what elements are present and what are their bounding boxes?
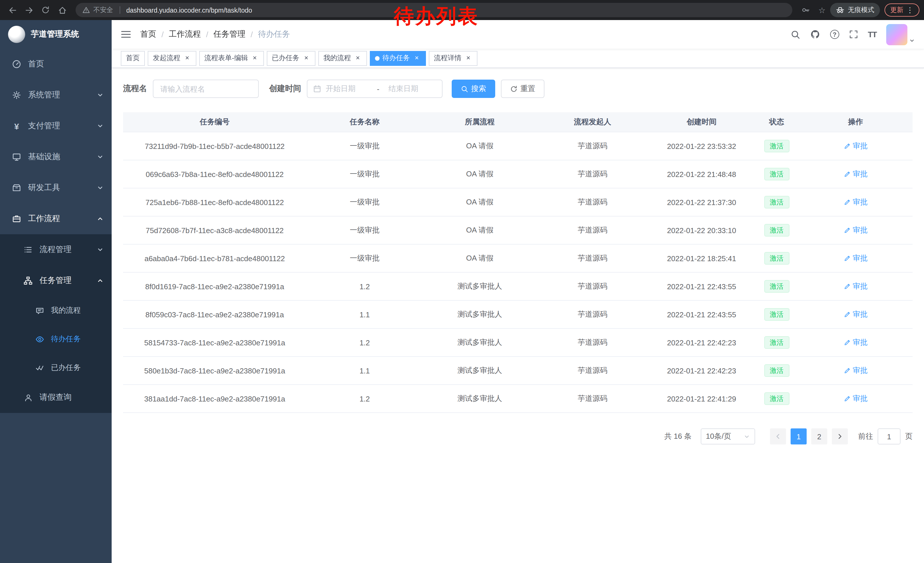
close-icon[interactable]: × (251, 54, 259, 62)
page-size-select[interactable]: 10条/页 (701, 428, 755, 444)
tab-home[interactable]: 首页 (121, 51, 145, 66)
tab-done-tasks[interactable]: 已办任务 × (267, 51, 315, 66)
approve-button[interactable]: 审批 (844, 365, 868, 376)
breadcrumb-home[interactable]: 首页 (140, 29, 156, 39)
sidebar-item-todo-tasks[interactable]: 待办任务 (0, 325, 112, 353)
cell-created: 2022-01-22 21:37:30 (649, 188, 754, 216)
end-date-placeholder[interactable]: 结束日期 (383, 84, 436, 94)
sidebar-item-label: 请假查询 (39, 392, 72, 402)
date-range-picker[interactable]: 开始日期 - 结束日期 (307, 80, 442, 98)
breadcrumb-task-mgmt[interactable]: 任务管理 (213, 29, 246, 39)
close-icon[interactable]: × (302, 54, 310, 62)
tab-label: 流程详情 (434, 53, 461, 63)
tab-process-detail[interactable]: 流程详情 × (429, 51, 477, 66)
sidebar-item-process-mgmt[interactable]: 流程管理 (0, 234, 112, 265)
key-icon[interactable] (798, 2, 814, 18)
cell-initiator: 芋道源码 (536, 132, 649, 160)
tab-form-edit[interactable]: 流程表单-编辑 × (199, 51, 264, 66)
approve-button[interactable]: 审批 (844, 169, 868, 179)
close-icon[interactable]: × (354, 54, 362, 62)
more-menu-icon[interactable]: ⋮ (906, 6, 914, 14)
sidebar-item-infra[interactable]: 基础设施 (0, 141, 112, 173)
url-text[interactable]: dashboard.yudao.iocoder.cn/bpm/task/todo (126, 7, 252, 14)
sidebar-item-done-tasks[interactable]: 已办任务 (0, 353, 112, 382)
start-date-placeholder[interactable]: 开始日期 (325, 84, 374, 94)
page-button-1[interactable]: 1 (790, 428, 807, 444)
back-icon[interactable] (4, 2, 20, 18)
sidebar-item-leave-query[interactable]: 请假查询 (0, 382, 112, 413)
cell-action: 审批 (799, 161, 912, 188)
approve-button[interactable]: 审批 (844, 393, 868, 404)
breadcrumb-workflow[interactable]: 工作流程 (169, 29, 201, 39)
search-button[interactable]: 搜索 (452, 80, 495, 98)
font-size-icon[interactable]: TT (868, 30, 876, 39)
sidebar-item-payment[interactable]: ¥ 支付管理 (0, 111, 112, 141)
cell-status: 激活 (754, 301, 799, 328)
approve-button[interactable]: 审批 (844, 337, 868, 348)
refresh-icon[interactable] (38, 2, 53, 18)
avatar[interactable] (886, 24, 908, 45)
eye-icon (34, 335, 45, 343)
incognito-badge: 无痕模式 (830, 3, 880, 17)
table-row: 8f0d1619-7ac8-11ec-a9e2-a2380e71991a 1.2… (123, 273, 912, 301)
tab-label: 首页 (126, 53, 140, 63)
chat-icon (34, 306, 45, 315)
bookmark-star-icon[interactable]: ☆ (818, 6, 825, 15)
tab-my-process[interactable]: 我的流程 × (318, 51, 367, 66)
col-task-id: 任务编号 (123, 112, 306, 132)
cell-task-id: 580e1b3d-7ac8-11ec-a9e2-a2380e71991a (123, 357, 306, 384)
approve-button[interactable]: 审批 (844, 253, 868, 263)
app-logo[interactable]: 芋道管理系统 (0, 20, 112, 49)
home-icon[interactable] (54, 2, 70, 18)
help-icon[interactable]: ? (830, 30, 839, 39)
cell-status: 激活 (754, 161, 799, 188)
page-button-2[interactable]: 2 (811, 428, 827, 444)
tab-todo-tasks[interactable]: 待办任务 × (370, 51, 426, 66)
table-row: 580e1b3d-7ac8-11ec-a9e2-a2380e71991a 1.1… (123, 357, 912, 385)
app-title: 芋道管理系统 (31, 29, 79, 39)
close-icon[interactable]: × (183, 54, 191, 62)
search-icon[interactable] (790, 30, 800, 39)
tab-start-process[interactable]: 发起流程 × (148, 51, 196, 66)
dashboard-icon (12, 60, 22, 69)
close-icon[interactable]: × (413, 54, 421, 62)
sidebar-item-devtools[interactable]: 研发工具 (0, 173, 112, 203)
close-icon[interactable]: × (464, 54, 472, 62)
approve-button[interactable]: 审批 (844, 141, 868, 151)
workflow-submenu: 流程管理 任务管理 我的流程 待办任务 (0, 234, 112, 413)
approve-label: 审批 (853, 393, 868, 404)
process-name-input[interactable] (153, 80, 259, 98)
security-label[interactable]: 不安全 (93, 6, 113, 14)
sidebar-item-workflow[interactable]: 工作流程 (0, 203, 112, 234)
sidebar-item-home[interactable]: 首页 (0, 49, 112, 80)
update-button[interactable]: 更新 ⋮ (885, 3, 920, 17)
hamburger-icon[interactable] (121, 30, 131, 39)
next-page-button[interactable] (832, 428, 848, 444)
sidebar-item-task-mgmt[interactable]: 任务管理 (0, 265, 112, 296)
prev-page-button[interactable] (770, 428, 786, 444)
fullscreen-icon[interactable] (849, 30, 858, 39)
reset-button[interactable]: 重置 (501, 80, 544, 98)
approve-button[interactable]: 审批 (844, 225, 868, 236)
double-check-icon (34, 363, 45, 372)
chevron-down-icon (97, 246, 104, 253)
table-row: 75d72608-7b7f-11ec-a3c8-acde48001122 一级审… (123, 216, 912, 245)
edit-icon (844, 227, 850, 234)
cell-action: 审批 (799, 385, 912, 412)
user-menu[interactable] (886, 24, 915, 45)
sidebar-item-system[interactable]: 系统管理 (0, 80, 112, 111)
tab-label: 已办任务 (272, 53, 299, 63)
cell-status: 激活 (754, 188, 799, 216)
sidebar-item-label: 系统管理 (28, 90, 60, 100)
forward-icon[interactable] (21, 2, 37, 18)
goto-page-input[interactable] (878, 428, 900, 444)
approve-button[interactable]: 审批 (844, 281, 868, 291)
approve-button[interactable]: 审批 (844, 197, 868, 207)
sidebar-item-my-process[interactable]: 我的流程 (0, 296, 112, 325)
cell-task-name: 1.2 (306, 273, 423, 300)
approve-button[interactable]: 审批 (844, 309, 868, 320)
github-icon[interactable] (810, 29, 820, 39)
cell-created: 2022-01-21 22:43:55 (649, 273, 754, 300)
page-size-value: 10条/页 (706, 431, 731, 441)
status-badge: 激活 (764, 252, 789, 264)
